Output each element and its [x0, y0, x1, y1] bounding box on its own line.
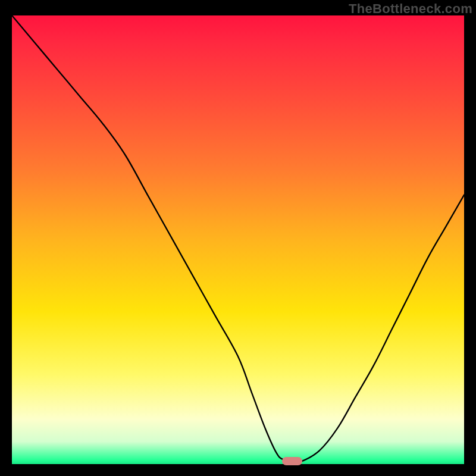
optimum-marker: [282, 457, 302, 465]
chart-stage: TheBottleneck.com: [0, 0, 476, 476]
chart-background-gradient: [12, 15, 464, 464]
watermark-text: TheBottleneck.com: [349, 1, 472, 17]
plot-area: [12, 15, 464, 464]
